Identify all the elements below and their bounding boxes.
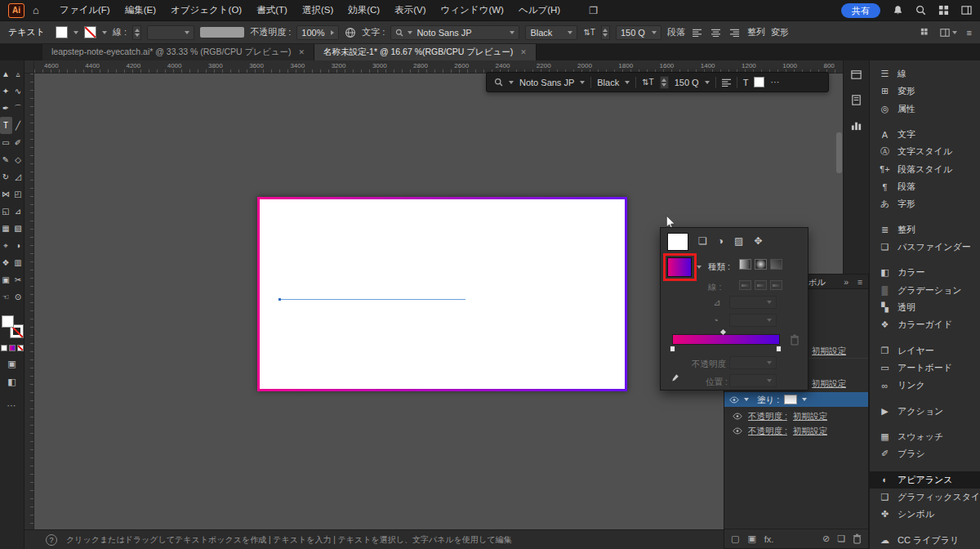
radial-gradient-button[interactable] [755, 259, 767, 270]
appearance-row-fill[interactable]: 塗り : [724, 392, 868, 407]
panel-item-cc-libraries[interactable]: ☁ CC ライブラリ [870, 532, 980, 549]
menu-item[interactable]: 効果(C) [341, 4, 387, 16]
panel-item-color[interactable]: ◧ カラー [870, 264, 980, 281]
panel-item-graphic-styles[interactable]: ❑ グラフィックスタイル [870, 489, 980, 506]
menu-item[interactable]: ファイル(F) [52, 4, 118, 16]
zoom-tool[interactable]: ⊙ [12, 288, 24, 306]
document-tab[interactable]: leapstep-note-eyecatch.ai* @ 33.33 % (RG… [42, 44, 314, 60]
eyedropper-tool[interactable]: ⌖ [0, 237, 12, 254]
gradient-button[interactable] [9, 345, 16, 351]
share-button[interactable]: 共有 [841, 3, 880, 18]
fill-color-swatch[interactable] [784, 395, 797, 404]
slice-tool[interactable]: ✂ [12, 271, 24, 288]
duplicate-item-icon[interactable]: ❏ [837, 533, 845, 544]
color-button[interactable] [1, 345, 7, 351]
opacity-link[interactable]: 不透明度 : [748, 411, 787, 422]
font-family-select[interactable]: Noto Sans JP [390, 25, 519, 40]
chevron-down-icon[interactable] [625, 81, 630, 84]
align-center-icon[interactable] [710, 26, 723, 39]
document-setup-icon[interactable]: ❐ [589, 5, 598, 16]
artboard-surface[interactable] [260, 199, 625, 389]
panel-item-character[interactable]: A 文字 [870, 126, 980, 143]
panel-item-symbols[interactable]: ✤ シンボル [870, 506, 980, 523]
panel-item-glyphs[interactable]: あ 字形 [870, 195, 980, 212]
font-weight-select[interactable]: Black [525, 25, 577, 40]
gradient-tool[interactable]: ▧ [12, 220, 24, 237]
gradient-library-icon[interactable]: ▨ [734, 235, 743, 247]
font-weight-value[interactable]: Black [597, 78, 619, 87]
add-fill-icon[interactable]: ▣ [747, 533, 755, 544]
default-settings-link[interactable]: 初期設定 [793, 426, 827, 437]
grid-icon[interactable] [920, 28, 930, 38]
gradient-stop-end[interactable] [776, 346, 782, 352]
home-icon[interactable]: ⌂ [33, 4, 39, 16]
panel-item-swatches[interactable]: ▦ スウォッチ [870, 428, 980, 445]
workspace-switcher-icon[interactable] [961, 5, 972, 16]
blend-tool[interactable]: ◑ [12, 237, 24, 254]
pencil-tool[interactable]: ✎ [0, 151, 12, 168]
expand-row-icon[interactable] [744, 398, 749, 401]
column-graph-tool[interactable]: ▥ [12, 254, 24, 271]
apps-grid-icon[interactable] [938, 5, 949, 16]
fill-indicator[interactable] [2, 315, 14, 328]
chevron-down-icon[interactable] [580, 81, 585, 84]
shape-builder-tool[interactable]: ◱ [0, 203, 12, 220]
default-settings-link[interactable]: 初期設定 [812, 346, 846, 357]
close-icon[interactable]: ✕ [299, 48, 305, 56]
menu-item[interactable]: ウィンドウ(W) [434, 4, 511, 16]
menu-item[interactable]: 書式(T) [249, 4, 295, 16]
add-stroke-icon[interactable]: ▢ [731, 533, 739, 544]
panel-item-gradient[interactable]: ▒ グラデーション [870, 282, 980, 299]
none-button[interactable] [17, 345, 24, 351]
line-segment-tool[interactable]: ╱ [12, 117, 24, 134]
opacity-link[interactable]: 不透明度 : [748, 426, 787, 437]
transform-panel-link[interactable]: 変形 [771, 26, 789, 38]
panel-item-brushes[interactable]: ✐ ブラシ [870, 445, 980, 462]
scale-tool[interactable]: ◿ [12, 168, 24, 185]
stroke-width-select[interactable] [147, 25, 194, 40]
text-color-icon[interactable]: T [743, 78, 749, 87]
chevron-down-icon[interactable] [509, 81, 514, 84]
collapse-panel-icon[interactable]: » [844, 277, 849, 287]
visibility-eye-icon[interactable] [733, 413, 742, 420]
document-tab[interactable]: 名称未設定-1* @ 16.67 %(RGB/CPU プレビュー) ✕ [314, 44, 537, 60]
vertical-scrollbar[interactable] [836, 132, 842, 173]
panel-item-attributes[interactable]: ◎ 属性 [870, 100, 980, 118]
rectangle-tool[interactable]: ▭ [0, 134, 12, 151]
collapsed-panel-icon[interactable] [850, 94, 862, 106]
opacity-input[interactable]: 100% [296, 25, 339, 40]
appearance-row-opacity[interactable]: 不透明度 : 初期設定 [724, 408, 868, 424]
panel-item-transparency[interactable]: ▚ 透明 [870, 299, 980, 316]
screen-mode-icon[interactable]: ◧ [7, 377, 16, 387]
panel-item-paragraph-styles[interactable]: ¶+ 段落スタイル [870, 161, 980, 178]
appearance-row-opacity[interactable]: 不透明度 : 初期設定 [724, 423, 868, 439]
width-tool[interactable]: ⋈ [0, 185, 12, 203]
font-size-stepper[interactable] [660, 76, 669, 89]
fill-color-swatch[interactable] [56, 26, 68, 38]
chevron-down-icon[interactable] [705, 81, 710, 84]
font-family-value[interactable]: Noto Sans JP [519, 78, 574, 87]
shaper-tool[interactable]: ◇ [12, 151, 24, 168]
close-icon[interactable]: ✕ [520, 48, 527, 56]
panel-item-pathfinder[interactable]: ❏ パスファインダー [870, 239, 980, 256]
panel-item-layers[interactable]: ❐ レイヤー [870, 342, 980, 359]
align-panel-link[interactable]: 整列 [747, 26, 765, 38]
direct-selection-tool[interactable]: ▵ [12, 65, 24, 83]
stroke-width-stepper[interactable] [132, 25, 141, 40]
search-icon[interactable] [494, 78, 503, 87]
trash-icon[interactable] [853, 533, 862, 544]
draw-mode-icon[interactable]: ▣ [7, 359, 16, 369]
paragraph-align-icon[interactable] [722, 78, 731, 87]
font-size-select[interactable]: 150 Q [616, 25, 662, 40]
menu-item[interactable]: 選択(S) [295, 4, 341, 16]
visibility-eye-icon[interactable] [729, 396, 739, 404]
gradient-stop-start[interactable] [670, 346, 675, 352]
symbol-sprayer-tool[interactable]: ❖ [0, 254, 12, 271]
add-effect-icon[interactable]: fx. [764, 534, 774, 544]
magic-wand-tool[interactable]: ✦ [0, 83, 12, 100]
notifications-bell-icon[interactable] [893, 5, 903, 16]
fill-stroke-icon[interactable]: ❏ [698, 235, 707, 247]
visibility-eye-icon[interactable] [733, 427, 742, 435]
mesh-tool[interactable]: ▦ [0, 220, 12, 237]
edit-gradient-icon[interactable]: ✥ [754, 235, 762, 247]
